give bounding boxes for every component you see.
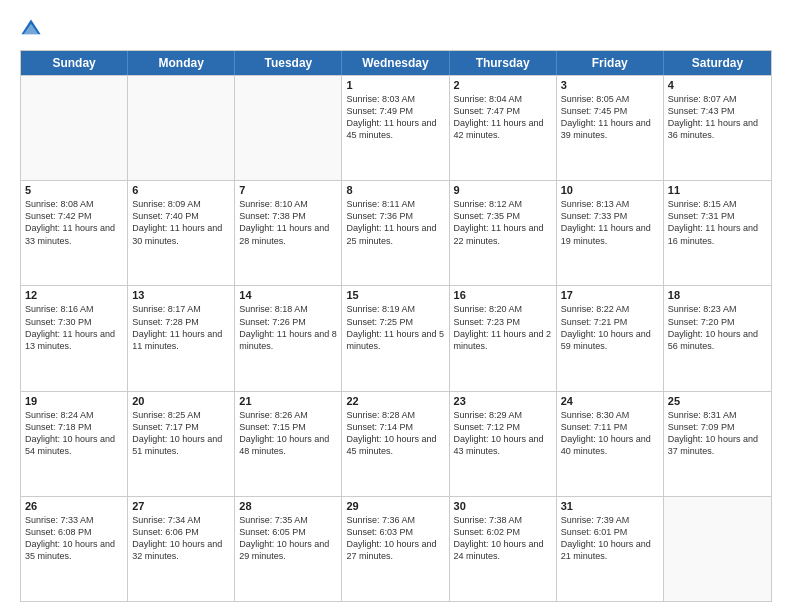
day-info: Sunrise: 8:19 AM Sunset: 7:25 PM Dayligh… — [346, 303, 444, 352]
calendar-cell — [128, 76, 235, 180]
day-info: Sunrise: 7:34 AM Sunset: 6:06 PM Dayligh… — [132, 514, 230, 563]
calendar-cell: 22Sunrise: 8:28 AM Sunset: 7:14 PM Dayli… — [342, 392, 449, 496]
day-info: Sunrise: 7:39 AM Sunset: 6:01 PM Dayligh… — [561, 514, 659, 563]
calendar-page: SundayMondayTuesdayWednesdayThursdayFrid… — [0, 0, 792, 612]
day-info: Sunrise: 7:36 AM Sunset: 6:03 PM Dayligh… — [346, 514, 444, 563]
day-info: Sunrise: 8:31 AM Sunset: 7:09 PM Dayligh… — [668, 409, 767, 458]
calendar-cell: 21Sunrise: 8:26 AM Sunset: 7:15 PM Dayli… — [235, 392, 342, 496]
calendar-cell: 24Sunrise: 8:30 AM Sunset: 7:11 PM Dayli… — [557, 392, 664, 496]
day-info: Sunrise: 8:28 AM Sunset: 7:14 PM Dayligh… — [346, 409, 444, 458]
calendar-cell: 23Sunrise: 8:29 AM Sunset: 7:12 PM Dayli… — [450, 392, 557, 496]
calendar-row: 1Sunrise: 8:03 AM Sunset: 7:49 PM Daylig… — [21, 75, 771, 180]
day-info: Sunrise: 8:15 AM Sunset: 7:31 PM Dayligh… — [668, 198, 767, 247]
calendar-row: 19Sunrise: 8:24 AM Sunset: 7:18 PM Dayli… — [21, 391, 771, 496]
day-info: Sunrise: 8:22 AM Sunset: 7:21 PM Dayligh… — [561, 303, 659, 352]
calendar-cell: 18Sunrise: 8:23 AM Sunset: 7:20 PM Dayli… — [664, 286, 771, 390]
weekday-header: Thursday — [450, 51, 557, 75]
day-info: Sunrise: 8:09 AM Sunset: 7:40 PM Dayligh… — [132, 198, 230, 247]
day-info: Sunrise: 8:26 AM Sunset: 7:15 PM Dayligh… — [239, 409, 337, 458]
weekday-header: Tuesday — [235, 51, 342, 75]
calendar-row: 26Sunrise: 7:33 AM Sunset: 6:08 PM Dayli… — [21, 496, 771, 601]
day-info: Sunrise: 8:30 AM Sunset: 7:11 PM Dayligh… — [561, 409, 659, 458]
day-number: 1 — [346, 79, 444, 91]
calendar-cell: 26Sunrise: 7:33 AM Sunset: 6:08 PM Dayli… — [21, 497, 128, 601]
calendar-cell: 10Sunrise: 8:13 AM Sunset: 7:33 PM Dayli… — [557, 181, 664, 285]
day-number: 29 — [346, 500, 444, 512]
day-info: Sunrise: 8:12 AM Sunset: 7:35 PM Dayligh… — [454, 198, 552, 247]
day-number: 11 — [668, 184, 767, 196]
calendar-cell: 30Sunrise: 7:38 AM Sunset: 6:02 PM Dayli… — [450, 497, 557, 601]
day-number: 18 — [668, 289, 767, 301]
weekday-header: Wednesday — [342, 51, 449, 75]
day-number: 26 — [25, 500, 123, 512]
day-number: 15 — [346, 289, 444, 301]
calendar-cell: 7Sunrise: 8:10 AM Sunset: 7:38 PM Daylig… — [235, 181, 342, 285]
day-number: 16 — [454, 289, 552, 301]
day-info: Sunrise: 8:13 AM Sunset: 7:33 PM Dayligh… — [561, 198, 659, 247]
calendar-cell: 13Sunrise: 8:17 AM Sunset: 7:28 PM Dayli… — [128, 286, 235, 390]
calendar-cell: 5Sunrise: 8:08 AM Sunset: 7:42 PM Daylig… — [21, 181, 128, 285]
day-number: 10 — [561, 184, 659, 196]
day-number: 24 — [561, 395, 659, 407]
weekday-header: Monday — [128, 51, 235, 75]
day-info: Sunrise: 8:18 AM Sunset: 7:26 PM Dayligh… — [239, 303, 337, 352]
calendar-cell: 3Sunrise: 8:05 AM Sunset: 7:45 PM Daylig… — [557, 76, 664, 180]
day-number: 9 — [454, 184, 552, 196]
day-info: Sunrise: 8:16 AM Sunset: 7:30 PM Dayligh… — [25, 303, 123, 352]
day-info: Sunrise: 7:38 AM Sunset: 6:02 PM Dayligh… — [454, 514, 552, 563]
day-info: Sunrise: 8:17 AM Sunset: 7:28 PM Dayligh… — [132, 303, 230, 352]
day-number: 21 — [239, 395, 337, 407]
calendar-header: SundayMondayTuesdayWednesdayThursdayFrid… — [21, 51, 771, 75]
weekday-header: Saturday — [664, 51, 771, 75]
day-number: 4 — [668, 79, 767, 91]
day-info: Sunrise: 8:08 AM Sunset: 7:42 PM Dayligh… — [25, 198, 123, 247]
day-info: Sunrise: 8:04 AM Sunset: 7:47 PM Dayligh… — [454, 93, 552, 142]
calendar-row: 12Sunrise: 8:16 AM Sunset: 7:30 PM Dayli… — [21, 285, 771, 390]
day-info: Sunrise: 8:29 AM Sunset: 7:12 PM Dayligh… — [454, 409, 552, 458]
day-number: 19 — [25, 395, 123, 407]
calendar-cell: 11Sunrise: 8:15 AM Sunset: 7:31 PM Dayli… — [664, 181, 771, 285]
calendar-cell: 12Sunrise: 8:16 AM Sunset: 7:30 PM Dayli… — [21, 286, 128, 390]
day-number: 31 — [561, 500, 659, 512]
day-number: 14 — [239, 289, 337, 301]
day-info: Sunrise: 8:05 AM Sunset: 7:45 PM Dayligh… — [561, 93, 659, 142]
calendar-cell: 19Sunrise: 8:24 AM Sunset: 7:18 PM Dayli… — [21, 392, 128, 496]
calendar-cell: 9Sunrise: 8:12 AM Sunset: 7:35 PM Daylig… — [450, 181, 557, 285]
calendar-cell: 31Sunrise: 7:39 AM Sunset: 6:01 PM Dayli… — [557, 497, 664, 601]
calendar-cell: 25Sunrise: 8:31 AM Sunset: 7:09 PM Dayli… — [664, 392, 771, 496]
calendar-cell — [664, 497, 771, 601]
day-number: 3 — [561, 79, 659, 91]
day-number: 12 — [25, 289, 123, 301]
day-info: Sunrise: 8:03 AM Sunset: 7:49 PM Dayligh… — [346, 93, 444, 142]
calendar-cell: 4Sunrise: 8:07 AM Sunset: 7:43 PM Daylig… — [664, 76, 771, 180]
calendar-cell: 28Sunrise: 7:35 AM Sunset: 6:05 PM Dayli… — [235, 497, 342, 601]
day-info: Sunrise: 7:33 AM Sunset: 6:08 PM Dayligh… — [25, 514, 123, 563]
day-info: Sunrise: 8:23 AM Sunset: 7:20 PM Dayligh… — [668, 303, 767, 352]
calendar-cell: 17Sunrise: 8:22 AM Sunset: 7:21 PM Dayli… — [557, 286, 664, 390]
day-info: Sunrise: 8:07 AM Sunset: 7:43 PM Dayligh… — [668, 93, 767, 142]
calendar-cell: 6Sunrise: 8:09 AM Sunset: 7:40 PM Daylig… — [128, 181, 235, 285]
day-number: 2 — [454, 79, 552, 91]
day-number: 17 — [561, 289, 659, 301]
day-number: 7 — [239, 184, 337, 196]
day-info: Sunrise: 8:10 AM Sunset: 7:38 PM Dayligh… — [239, 198, 337, 247]
day-number: 20 — [132, 395, 230, 407]
day-number: 22 — [346, 395, 444, 407]
calendar-cell: 16Sunrise: 8:20 AM Sunset: 7:23 PM Dayli… — [450, 286, 557, 390]
day-info: Sunrise: 8:25 AM Sunset: 7:17 PM Dayligh… — [132, 409, 230, 458]
day-number: 5 — [25, 184, 123, 196]
weekday-header: Friday — [557, 51, 664, 75]
logo — [20, 18, 46, 40]
calendar-cell: 14Sunrise: 8:18 AM Sunset: 7:26 PM Dayli… — [235, 286, 342, 390]
day-number: 25 — [668, 395, 767, 407]
calendar-cell: 20Sunrise: 8:25 AM Sunset: 7:17 PM Dayli… — [128, 392, 235, 496]
calendar-cell: 2Sunrise: 8:04 AM Sunset: 7:47 PM Daylig… — [450, 76, 557, 180]
calendar-cell: 29Sunrise: 7:36 AM Sunset: 6:03 PM Dayli… — [342, 497, 449, 601]
day-number: 13 — [132, 289, 230, 301]
day-info: Sunrise: 7:35 AM Sunset: 6:05 PM Dayligh… — [239, 514, 337, 563]
day-number: 8 — [346, 184, 444, 196]
day-info: Sunrise: 8:24 AM Sunset: 7:18 PM Dayligh… — [25, 409, 123, 458]
calendar-cell — [235, 76, 342, 180]
day-number: 6 — [132, 184, 230, 196]
logo-icon — [20, 18, 42, 40]
